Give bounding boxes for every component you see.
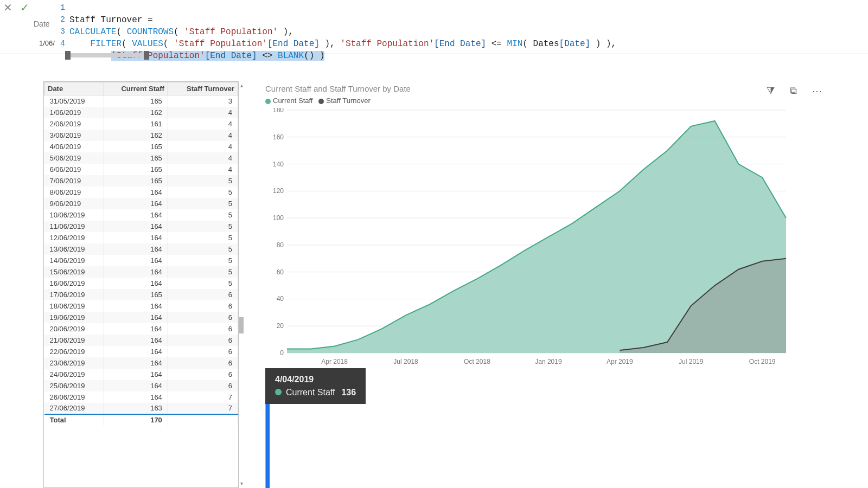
col-turnover[interactable]: Staff Turnover: [168, 82, 238, 95]
svg-text:20: 20: [277, 322, 284, 330]
table-row[interactable]: 15/06/20191645: [44, 266, 238, 278]
hidden-column-label: Date: [34, 20, 50, 28]
commit-icon[interactable]: ✓: [20, 1, 29, 14]
svg-text:Oct 2019: Oct 2019: [749, 358, 776, 365]
table-row[interactable]: 5/06/20191654: [44, 152, 238, 164]
table-row[interactable]: 16/06/20191645: [44, 278, 238, 289]
legend-dot-staff-turnover: [318, 99, 324, 104]
chevron-up-icon[interactable]: ▴: [238, 82, 245, 89]
table-scrollbar[interactable]: ▴ ▾: [238, 82, 245, 487]
chart-tooltip: 4/04/2019 Current Staff136: [265, 368, 366, 404]
total-row: Total 170: [44, 414, 238, 426]
filter-icon[interactable]: ⧩: [767, 85, 775, 97]
table-row[interactable]: 14/06/20191645: [44, 255, 238, 266]
chart-legend: Current Staff Staff Turnover: [265, 97, 831, 105]
table-row[interactable]: 1/06/20191624: [44, 107, 238, 118]
svg-text:Jan 2019: Jan 2019: [535, 358, 562, 365]
col-date[interactable]: Date: [44, 82, 104, 95]
code-token: CALCULATE: [69, 27, 116, 37]
svg-text:120: 120: [273, 187, 284, 195]
table-row[interactable]: 23/06/20191646: [44, 357, 238, 369]
table-row[interactable]: 10/06/20191645: [44, 209, 238, 221]
table-row[interactable]: 6/06/20191654: [44, 164, 238, 175]
legend-dot-current-staff: [265, 99, 271, 104]
svg-text:Apr 2018: Apr 2018: [321, 358, 348, 365]
table-row[interactable]: 18/06/20191646: [44, 300, 238, 312]
chart-title: Current Staff and Staff Turnover by Date: [265, 84, 831, 93]
horizontal-scrollbar[interactable]: [65, 53, 149, 57]
table-row[interactable]: 13/06/20191645: [44, 243, 238, 255]
col-current[interactable]: Current Staff: [104, 82, 168, 95]
table-row[interactable]: 2/06/20191614: [44, 118, 238, 130]
chart-visual[interactable]: Current Staff and Staff Turnover by Date…: [260, 81, 835, 488]
code-token: Staff Turnover =: [69, 15, 153, 25]
table-row[interactable]: 26/06/20191647: [44, 391, 238, 403]
table-row[interactable]: 19/06/20191646: [44, 312, 238, 323]
formula-bar: ✕ ✓ Date 1/06/ 1 2 3 4 Staff Turnover = …: [0, 0, 868, 54]
focus-mode-icon[interactable]: ⧉: [790, 85, 797, 97]
tooltip-dot-icon: [275, 389, 282, 395]
line-gutter: 1 2 3 4: [54, 2, 65, 50]
svg-text:100: 100: [273, 214, 284, 222]
table-row[interactable]: 11/06/20191645: [44, 221, 238, 232]
table-row[interactable]: 4/06/20191654: [44, 141, 238, 152]
table-row[interactable]: 24/06/20191646: [44, 369, 238, 380]
data-table[interactable]: Date Current Staff Staff Turnover 31/05/…: [43, 81, 239, 488]
table-row[interactable]: 12/06/20191645: [44, 232, 238, 243]
more-options-icon[interactable]: ⋯: [812, 85, 822, 97]
table-row[interactable]: 8/06/20191645: [44, 187, 238, 198]
chart-plot-area[interactable]: 020406080100120140160180Apr 2018Jul 2018…: [265, 108, 792, 368]
table-row[interactable]: 22/06/20191646: [44, 346, 238, 357]
table-row[interactable]: 20/06/20191646: [44, 323, 238, 335]
svg-text:Jul 2019: Jul 2019: [679, 358, 704, 365]
svg-text:80: 80: [277, 241, 284, 249]
table-row[interactable]: 21/06/20191646: [44, 335, 238, 346]
hidden-column-value: 1/06/: [39, 39, 55, 47]
svg-text:40: 40: [277, 295, 284, 303]
table-row[interactable]: 3/06/20191624: [44, 130, 238, 141]
table-row[interactable]: 27/06/20191637: [44, 403, 238, 414]
svg-text:Oct 2018: Oct 2018: [464, 358, 490, 365]
svg-text:160: 160: [273, 133, 284, 141]
svg-text:180: 180: [273, 108, 284, 114]
svg-text:140: 140: [273, 160, 284, 168]
chevron-down-icon[interactable]: ▾: [238, 480, 245, 487]
dax-editor[interactable]: 1 2 3 4 Staff Turnover = CALCULATE( COUN…: [54, 0, 868, 74]
svg-text:Apr 2019: Apr 2019: [607, 358, 633, 365]
svg-text:60: 60: [277, 268, 284, 276]
svg-text:0: 0: [280, 349, 284, 357]
table-row[interactable]: 9/06/20191645: [44, 198, 238, 209]
table-row[interactable]: 17/06/20191656: [44, 289, 238, 300]
table-row[interactable]: 7/06/20191655: [44, 175, 238, 187]
svg-text:Jul 2018: Jul 2018: [393, 358, 418, 365]
table-row[interactable]: 25/06/20191646: [44, 380, 238, 391]
table-row[interactable]: 31/05/20191653: [44, 95, 238, 107]
cancel-icon[interactable]: ✕: [3, 1, 12, 14]
